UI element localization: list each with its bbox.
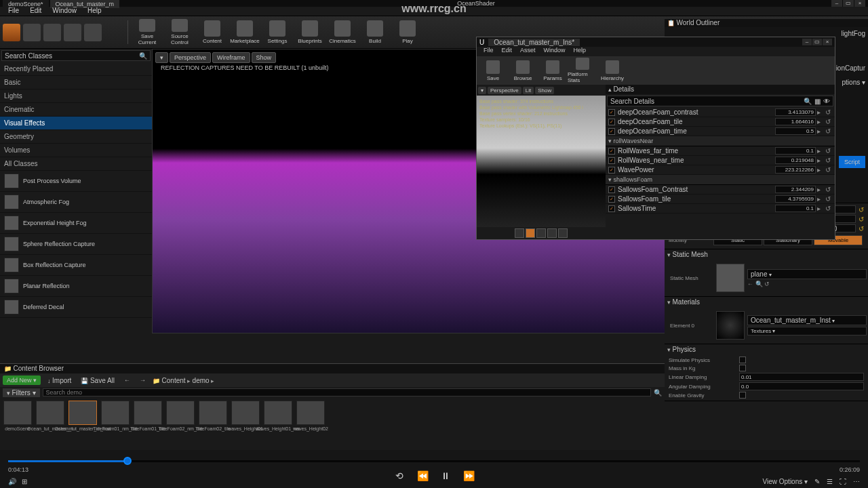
- settings-button[interactable]: Settings: [262, 18, 292, 47]
- asset-item[interactable]: waves_Height01_nm: [263, 401, 293, 447]
- preview-show[interactable]: Show: [535, 87, 554, 94]
- place-search[interactable]: Search Classes 🔍: [1, 50, 151, 61]
- details-search[interactable]: Search Details 🔍 ▦ 👁: [607, 96, 833, 106]
- param-value[interactable]: 2.344209: [775, 186, 816, 193]
- mat-menu-asset[interactable]: Asset: [516, 47, 540, 56]
- rewind-icon[interactable]: ⏪: [416, 470, 429, 484]
- physics-checkbox[interactable]: [739, 392, 746, 399]
- param-checkbox[interactable]: ✓: [608, 196, 615, 203]
- seek-bar[interactable]: [8, 455, 860, 466]
- asset-item[interactable]: waves_Height01: [231, 401, 260, 447]
- asset-item[interactable]: TideFoam02_tile: [198, 401, 228, 447]
- param-value[interactable]: 0.1: [775, 147, 816, 155]
- param-value[interactable]: 0.5: [775, 127, 816, 135]
- menu-help[interactable]: Help: [82, 7, 107, 16]
- param-checkbox[interactable]: ✓: [608, 148, 615, 155]
- category-basic[interactable]: Basic: [0, 76, 152, 89]
- build-button[interactable]: Build: [360, 18, 390, 47]
- material-thumb[interactable]: [716, 311, 745, 340]
- viewport-perspective[interactable]: Perspective: [170, 52, 211, 63]
- place-item[interactable]: Deferred Decal: [0, 297, 152, 318]
- spinner-icon[interactable]: ▸: [817, 108, 824, 116]
- preview-perspective[interactable]: Perspective: [488, 87, 521, 94]
- browse-button[interactable]: Browse: [508, 58, 538, 83]
- popup-restore[interactable]: ▭: [812, 39, 822, 45]
- category-all-classes[interactable]: All Classes: [0, 157, 152, 171]
- eye-icon[interactable]: 👁: [823, 98, 830, 105]
- reset-icon[interactable]: ↺: [825, 186, 832, 193]
- shape-mesh[interactable]: [558, 228, 568, 238]
- blueprints-button[interactable]: Blueprints: [295, 18, 325, 47]
- param-checkbox[interactable]: ✓: [608, 167, 615, 174]
- content-button[interactable]: Content: [197, 18, 227, 47]
- import-button[interactable]: ↓ Import: [45, 375, 74, 386]
- asset-item[interactable]: Ocean_tut_master_m_Inst: [68, 401, 98, 447]
- cc-icon[interactable]: ⊞: [22, 478, 27, 485]
- physics-checkbox[interactable]: [739, 365, 746, 371]
- place-item[interactable]: Post Process Volume: [0, 171, 152, 192]
- category-geometry[interactable]: Geometry: [0, 130, 152, 144]
- list-icon[interactable]: ☰: [827, 478, 833, 485]
- reset-icon[interactable]: ↺: [825, 166, 832, 174]
- shape-cube[interactable]: [547, 228, 557, 238]
- spinner-icon[interactable]: ▸: [817, 157, 824, 164]
- asset-item[interactable]: waves_Height02: [296, 401, 326, 447]
- place-item[interactable]: Planar Reflection: [0, 276, 152, 297]
- platform-stats-button[interactable]: Platform Stats: [568, 58, 597, 83]
- spinner-icon[interactable]: ▸: [817, 118, 824, 125]
- param-checkbox[interactable]: ✓: [608, 109, 615, 116]
- close-button[interactable]: ×: [854, 0, 865, 7]
- material-titlebar[interactable]: U Ocean_tut_master_m_Ins* – ▭ ×: [477, 37, 835, 47]
- geometry-mode-icon[interactable]: [84, 24, 102, 41]
- material-tab[interactable]: Ocean_tut_master_m_Ins*: [488, 39, 580, 46]
- param-value[interactable]: 0.219048: [775, 157, 816, 164]
- material-select[interactable]: Ocean_tut_master_m_Inst ▾: [747, 315, 867, 325]
- param-checkbox[interactable]: ✓: [608, 128, 615, 135]
- param-checkbox[interactable]: ✓: [608, 186, 615, 193]
- save-current-button[interactable]: Save Current: [132, 18, 162, 47]
- textures-dropdown[interactable]: Textures ▾: [747, 327, 867, 336]
- param-value[interactable]: 0.1: [775, 205, 816, 212]
- content-browser-tab[interactable]: 📁 Content Browser: [0, 364, 665, 373]
- hierarchy-button[interactable]: Hierarchy: [597, 58, 627, 83]
- marketplace-button[interactable]: Marketplace: [230, 18, 260, 47]
- reset-icon[interactable]: ↺: [825, 108, 832, 116]
- reset-icon[interactable]: ↺: [859, 216, 864, 223]
- shape-sphere[interactable]: [526, 228, 535, 238]
- asset-search[interactable]: [43, 388, 651, 396]
- param-checkbox[interactable]: ✓: [608, 205, 615, 212]
- preview-dropdown-icon[interactable]: ▾: [478, 87, 486, 94]
- paint-mode-icon[interactable]: [23, 24, 41, 41]
- spinner-icon[interactable]: ▸: [817, 186, 824, 193]
- category-lights[interactable]: Lights: [0, 89, 152, 103]
- preview-viewport[interactable]: Base pass shader: 374 instructions Base …: [477, 96, 606, 227]
- forward-icon[interactable]: ⏩: [462, 470, 475, 484]
- place-item[interactable]: Box Reflection Capture: [0, 255, 152, 276]
- source-control-button[interactable]: Source Control: [165, 18, 195, 47]
- view-options[interactable]: View Options ▾: [762, 478, 808, 485]
- static-mesh-header[interactable]: ▾ Static Mesh: [665, 249, 868, 260]
- seek-knob[interactable]: [123, 457, 132, 465]
- physics-value[interactable]: 0.01: [739, 373, 864, 381]
- cinematics-button[interactable]: Cinematics: [328, 18, 357, 47]
- menu-file[interactable]: File: [3, 7, 24, 16]
- param-checkbox[interactable]: ✓: [608, 119, 615, 125]
- filters-button[interactable]: ▾ Filters ▾: [3, 388, 40, 397]
- category-volumes[interactable]: Volumes: [0, 144, 152, 157]
- asset-item[interactable]: demoScene: [3, 401, 33, 447]
- physics-checkbox[interactable]: [739, 357, 746, 363]
- spinner-icon[interactable]: ▸: [817, 127, 824, 135]
- fullscreen-icon[interactable]: ⛶: [840, 478, 846, 485]
- spinner-icon[interactable]: ▸: [817, 147, 824, 155]
- shape-plane[interactable]: [536, 228, 546, 238]
- param-group[interactable]: ▾ shallowsFoam: [606, 175, 835, 185]
- category-recently-placed[interactable]: Recently Placed: [0, 62, 152, 76]
- add-new-button[interactable]: Add New ▾: [3, 375, 41, 385]
- asset-item[interactable]: Ocean_tut_master_m: [35, 401, 65, 447]
- reset-icon[interactable]: ↺: [859, 206, 864, 214]
- param-checkbox[interactable]: ✓: [608, 157, 615, 164]
- mat-menu-help[interactable]: Help: [570, 47, 591, 56]
- edit-icon[interactable]: ✎: [814, 478, 820, 485]
- physics-value[interactable]: 0.0: [739, 382, 864, 390]
- place-mode-icon[interactable]: [3, 24, 20, 41]
